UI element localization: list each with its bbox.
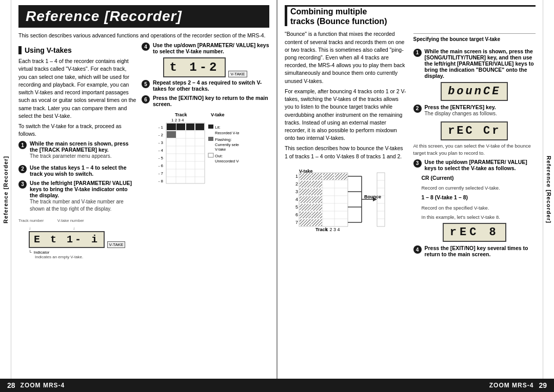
page-title: Reference [Recorder] [26,8,262,25]
svg-rect-72 [311,219,322,226]
page: Reference [Recorder] Reference [Recorder… [0,0,554,392]
svg-text:- 8: - 8 [159,179,164,183]
svg-text:Currently selected: Currently selected [215,142,239,147]
intro-text: This section describes various advanced … [18,32,269,39]
step-3-label: Use the left/right [PARAMETER/ VALUE] ke… [30,180,132,198]
step-4-label: Use the up/down [PARAMETER/ VALUE] keys … [153,42,269,54]
right-step-4-label: Press the [EXIT/NO] key several times to… [425,245,528,257]
specifying-heading: Specifying the bounce target V-take [413,33,536,46]
section-title: Using V-takes [25,46,72,54]
lcd-rec-cr-area: rEC Cr [413,121,536,140]
step-5-label: Repeat steps 2 – 4 as required to switch… [153,79,262,92]
svg-rect-66 [300,219,311,226]
vtake-grid-svg: Track 1 2 3 4 V-take - 1 - 2 - 3 [142,110,239,192]
page-title-banner: Reference [Recorder] [18,5,269,28]
right-step-4: 4 Press the [EXIT/NO] key several times … [413,245,536,257]
left-col: Using V-takes Each track 1 – 4 of the re… [18,42,136,262]
step-6-content: Press the [EXIT/NO] key to return to the… [153,95,269,107]
step-4: 4 Use the up/down [PARAMETER/ VALUE] key… [142,42,269,54]
right-step-3-content: Use the up/down [PARAMETER/ VALUE] keys … [425,159,536,171]
left-page: Reference [Recorder] This section descri… [11,0,278,379]
bounce-para3: This section describes how to bounce the… [285,145,407,160]
step-6-label: Press the [EXIT/NO] key to return to the… [153,95,268,107]
svg-text:Bounce: Bounce [364,194,381,199]
svg-rect-60 [335,173,347,180]
svg-rect-68 [311,189,322,195]
combining-title-line2: tracks (Bounce function) [290,16,387,26]
vtake-number-label: V-take number [57,218,84,223]
combining-heading-bar [285,7,287,26]
footer: 28 ZOOM MRS-4 ZOOM MRS-4 29 [0,379,554,392]
svg-rect-70 [311,204,322,211]
step-5-number: 5 [142,80,150,88]
bounce-diagram: V-take Track 1 2 3 4 1 2 3 4 [285,163,407,236]
step-2: 2 Use the status keys 1 – 4 to select th… [18,164,136,177]
svg-text:- 1: - 1 [159,125,164,130]
vtake-grid-area: Track 1 2 3 4 V-take - 1 - 2 - 3 [142,110,269,193]
svg-text:- 7: - 7 [159,171,164,176]
lcd-rec8-area: rEC 8 [413,223,536,242]
track-col-header: Track [175,112,188,117]
right-col-left: "Bounce" is a function that mixes the re… [285,30,407,260]
using-vtakes-heading: Using V-takes [18,46,136,54]
step-1: 1 While the main screen is shown, press … [18,140,136,161]
left-sidebar-label: Reference [Recorder] [3,156,9,223]
svg-text:- 6: - 6 [159,163,164,168]
left-brand: ZOOM MRS-4 [21,382,65,389]
svg-rect-64 [300,204,311,211]
footer-right: ZOOM MRS-4 29 [277,381,554,389]
step-1-note: The track parameter menu appears. [30,153,136,160]
bullet-cr-note: Record on currently selected V-take. [422,184,536,191]
svg-rect-81 [377,173,385,226]
step3-text-a: At this screen, you can select the V-tak… [413,142,536,156]
right-step-2-content: Press the [ENTER/YES] key. The display c… [425,104,536,119]
step-2-label: Use the status keys 1 – 4 to select the … [30,164,127,177]
right-step-4-number: 4 [413,245,422,254]
svg-text:7: 7 [295,220,298,225]
svg-text:V-take: V-take [215,147,226,152]
right-step-4-content: Press the [EXIT/NO] key several times to… [425,245,536,257]
lcd-rec8-display: rEC 8 [443,223,506,242]
svg-rect-22 [176,123,185,130]
left-columns: Using V-takes Each track 1 – 4 of the re… [18,42,269,262]
svg-text:Unrecorded V-take: Unrecorded V-take [215,159,239,163]
right-step-2-label: Press the [ENTER/YES] key. [425,104,496,110]
vtakes-para1: Each track 1 – 4 of the recorder contain… [18,57,136,120]
left-page-number: 28 [7,381,15,389]
step-5-content: Repeat steps 2 – 4 as required to switch… [153,79,269,92]
right-step-1: 1 While the main screen is shown, press … [413,48,536,79]
svg-rect-59 [323,173,334,180]
svg-text:4: 4 [295,197,298,202]
svg-text:1  2  3  4: 1 2 3 4 [171,118,184,122]
right-step-1-label: While the main screen is shown, press th… [425,48,534,79]
step-4-number: 4 [142,43,150,51]
right-step-3-label: Use the up/down [PARAMETER/ VALUE] keys … [425,159,527,171]
step-1-content: While the main screen is shown, press th… [30,140,136,161]
indicator-diagram: Track number V-take number ↓↓ [18,217,136,259]
step-4-content: Use the up/down [PARAMETER/ VALUE] keys … [153,42,269,54]
combining-heading-block: Combining multiple tracks (Bounce functi… [285,5,536,26]
right-sidebar-label: Reference [Recorder] [546,156,552,223]
step-3-note: The track number and V-take number are s… [30,198,136,213]
svg-rect-25 [167,131,176,138]
svg-rect-62 [300,189,311,195]
right-step-3: 3 Use the up/down [PARAMETER/ VALUE] key… [413,159,536,171]
content-area: Reference [Recorder] Reference [Recorder… [0,0,554,379]
right-page: Combining multiple tracks (Bounce functi… [278,0,543,379]
right-sidebar-tab: Reference [Recorder] [543,0,554,379]
bounce-intro: "Bounce" is a function that mixes the re… [285,30,407,85]
svg-text:- 3: - 3 [159,140,164,145]
vtake-indicator-box: V-TAKE [228,71,248,77]
combining-heading-text: Combining multiple tracks (Bounce functi… [290,7,387,26]
right-col: 4 Use the up/down [PARAMETER/ VALUE] key… [142,42,269,262]
svg-rect-58 [311,173,322,180]
svg-rect-26 [208,125,213,129]
lcd-vtake-area: t 1-2 V-TAKE [142,57,269,77]
step-1-label: While the main screen is shown, press th… [30,140,129,153]
svg-rect-29 [208,137,213,141]
step-3-number: 3 [18,180,27,189]
lcd-rec-cr-display: rEC Cr [441,121,508,140]
svg-rect-67 [311,181,322,188]
step-2-content: Use the status keys 1 – 4 to select the … [30,164,136,177]
svg-text:1: 1 [295,174,298,179]
